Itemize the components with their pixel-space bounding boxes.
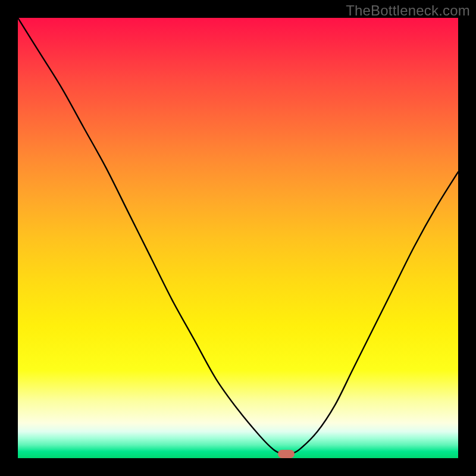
bottleneck-curve-svg: [18, 18, 458, 458]
bottleneck-curve-path: [18, 18, 458, 455]
watermark-text: TheBottleneck.com: [346, 2, 470, 19]
chart-frame: TheBottleneck.com: [0, 0, 476, 476]
optimal-point-marker: [278, 450, 295, 458]
plot-area: [18, 18, 458, 458]
